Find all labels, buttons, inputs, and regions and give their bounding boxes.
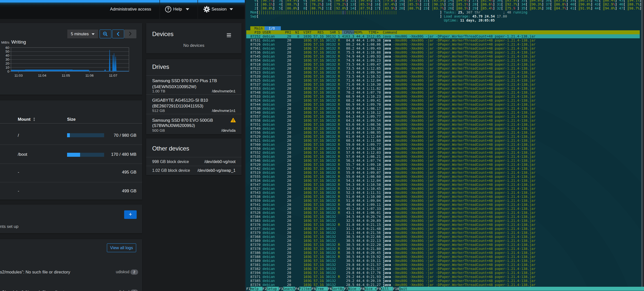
drive-name[interactable]: Samsung SSD 870 EVO 500GB [152,118,213,123]
htop-line: 87547 debian 20 103G 57.1G 30132 R 54.3 … [246,183,536,187]
htop-line: 87560 debian 20 103G 57.1G 30132 R 59.0 … [246,142,536,147]
mount-point[interactable]: /boot [18,152,27,157]
htop-terminal[interactable]: 0[ |90.7%] 3[ |89.9%] 6[ |88.8%] 9[ |88.… [246,0,644,291]
htop-line: 87529 debian 20 103G 57.1G 30132 R 61.0 … [246,134,536,138]
htop-line: 87533 debian 20 103G 57.1G 30132 R 68.9 … [246,94,536,98]
devices-menu-icon[interactable] [227,32,231,38]
htop-line: 87527 debian 20 103G 57.1G 30132 R 52.3 … [246,187,536,191]
drive-path[interactable]: /dev/sda [185,128,236,133]
htop-line: 87548 debian 20 103G 57.1G 30132 R 70.2 … [246,90,536,94]
mount-size: 499 GB [86,189,136,194]
chart-y-tick-label: 50 [6,50,9,53]
view-all-logs-button[interactable]: View all logs [107,243,136,252]
htop-line: 87369 debian 20 103G 57.1G 30132 30.5 44… [246,239,536,243]
htop-line: 87550 debian 20 103G 57.1G 30132 R 57.6 … [246,147,536,151]
htop-line: Main I/O [246,26,281,30]
drives-title: Drives [152,63,169,70]
mount-point[interactable]: - [18,170,19,175]
nfs-empty-text: nts set up [0,224,19,229]
htop-line: 87379 debian 20 103G 57.1G 30132 31.1 44… [246,231,536,235]
session-menu[interactable]: Session [211,7,227,12]
log-message[interactable]: s2/modules”: No such file or directory [0,270,70,275]
other-devices-row-divider [146,166,242,166]
mount-size: 495 GB [86,170,136,175]
htop-line: 2[ |88.8%] 5[ |86.8%] 8[ |88.7%] 11[ |92… [246,6,641,10]
drive-name[interactable]: GIGABYTE AG4512G-SI B10 [152,98,208,103]
drive-name[interactable]: Samsung SSD 970 EVO Plus 1TB [152,78,217,83]
pan-left-button[interactable] [112,30,124,38]
htop-line: 87523 debian 20 103G 57.1G 30132 R 73.5 … [246,70,536,74]
htop-line: 87559 debian 20 103G 57.1G 30132 R 51.0 … [246,199,536,203]
log-message[interactable]: s2/modules”: No such file or directory [0,290,70,291]
htop-line: 87376 debian 20 103G 57.1G 30132 R 31.8 … [246,223,536,227]
htop-line: 87382 debian 20 103G 57.1G 30132 29.8 44… [246,267,536,271]
htop-line: 87530 debian 20 103G 57.1G 30132 R 65.6 … [246,106,536,110]
htop-header-row[interactable]: PID USER PRI NI VIRT RES SHR S CPU%▽MEM%… [246,30,640,34]
htop-line: 87389 debian 20 103G 57.1G 30132 30.5 44… [246,259,536,263]
htop-line: 87553 debian 20 103G 57.1G 30132 R 71.6 … [246,86,536,90]
help-caret-icon[interactable] [186,8,189,10]
chart-y-tick-label: 40 [6,54,9,57]
devices-title: Devices [152,31,173,38]
svg-text:?: ? [167,7,169,11]
usage-bar-fill [67,153,80,157]
help-menu[interactable]: Help [173,7,182,12]
block-device-path[interactable]: /dev/deb0-vg/root [160,160,236,164]
htop-selected-row[interactable]: 87252 debian 20 0 103G 57.1G 30132 S 416… [246,34,640,38]
drive-path[interactable]: /dev/nvme1n1 [185,108,236,113]
htop-line: 87551 debian 20 103G 57.1G 30132 R 63.6 … [246,122,536,126]
help-icon[interactable]: ? [165,6,171,13]
add-nfs-button[interactable]: + [124,210,137,219]
table-row-divider [0,182,142,182]
mount-point[interactable]: - [18,189,19,194]
filesystems-card [0,100,142,200]
htop-line: 87544 debian 20 103G 57.1G 30132 R 66.9 … [246,102,536,106]
drive-size: 1.00 TB [152,89,165,93]
masthead-accent-strip [0,0,246,3]
drive-divider [146,94,242,95]
cockpit-window: Administrative access ? Help Session [0,0,246,291]
chart-y-tick-label: 0 [7,70,9,73]
chart-y-tick-label: 60 [6,46,9,50]
chart-x-tick-label: 11:06 [85,74,94,77]
drive-serial: (S7BWNJ0W620099J) [152,123,195,128]
mount-point[interactable]: / [18,133,19,138]
htop-line: 87552 debian 20 103G 57.1G 30132 R 57.6 … [246,151,536,155]
drive-path[interactable]: /dev/nvme0n1 [185,89,236,93]
chart-y-tick-label: 30 [6,58,9,61]
htop-line: F1Help F2Setup F3SearchF4FilterF5Tree F6… [246,287,644,291]
drive-divider [146,114,242,114]
warning-icon [231,118,236,122]
column-header-size: Size [67,117,76,122]
gear-icon[interactable] [203,6,210,13]
column-header-mount[interactable]: Mount [18,117,31,122]
htop-line: 87386 debian 20 103G 57.1G 30132 R 30.5 … [246,251,536,255]
sort-icon[interactable] [32,117,36,121]
block-device-path[interactable]: /dev/deb0-vg/swap_1 [160,168,236,173]
usage-bar-fill [67,133,70,137]
session-caret-icon[interactable] [230,8,233,10]
htop-line: 87541 debian 20 103G 57.1G 30132 R 48.4 … [246,203,536,207]
table-row-divider [0,164,142,164]
htop-line: 87388 debian 20 103G 57.1G 30132 R 30.5 … [246,255,536,259]
htop-line: 87518 debian 20 103G 57.1G 30132 R 73.5 … [246,62,536,66]
htop-line: 87521 debian 20 103G 57.1G 30132 R 60.3 … [246,138,536,142]
log-service: udisksd [105,270,129,274]
pan-right-button[interactable] [124,30,136,38]
terminal-right-margin [643,0,644,287]
htop-line: 87539 debian 20 103G 57.1G 30132 R 73.5 … [246,74,536,78]
administrative-access-label[interactable]: Administrative access [101,7,151,12]
table-divider [0,123,142,123]
zoom-out-button[interactable] [100,30,111,38]
htop-line: 87557 debian 20 103G 57.1G 30132 R 64.3 … [246,114,536,118]
masthead-divider [159,0,160,19]
mount-size: 70 / 980 GB [86,133,136,138]
nfs-card [0,205,142,233]
drive-serial: (S4EWNS0X100952W) [152,84,196,89]
chart-y-tick-label: 20 [6,62,9,65]
time-range-select[interactable]: 5 minutes [67,30,98,38]
htop-line: 87535 debian 20 103G 57.1G 30132 R 57.0 … [246,155,536,159]
htop-line: 0[ |90.7%] 3[ |89.9%] 6[ |88.8%] 9[ |88.… [246,0,641,2]
htop-line: 87374 debian 20 103G 57.1G 30132 28.5 44… [246,283,536,287]
htop-line: 87543 debian 20 103G 57.1G 30132 R 52.3 … [246,191,536,195]
